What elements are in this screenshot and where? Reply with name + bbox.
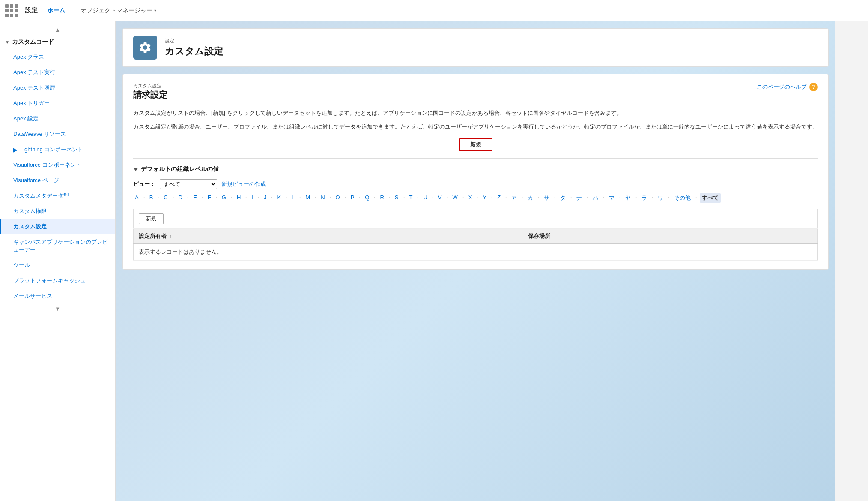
sidebar-section-custom-code[interactable]: ▼ カスタムコード <box>0 35 115 49</box>
view-label: ビュー： <box>133 180 155 188</box>
sidebar-item-lightning[interactable]: ▶ Lightning コンポーネント <box>0 142 115 157</box>
new-button-container: 新規 <box>133 138 818 151</box>
alpha-B[interactable]: B <box>148 193 155 203</box>
chevron-down-icon: ▾ <box>154 8 156 13</box>
alpha-ワ[interactable]: ワ <box>656 193 665 203</box>
top-nav: 設定 ホーム オブジェクトマネージャー ▾ <box>0 0 868 21</box>
alpha-サ[interactable]: サ <box>542 193 551 203</box>
content-area: 設定 カスタム設定 カスタム設定 請求設定 このページのヘルプ ? カスタム設定… <box>116 21 835 501</box>
table-action-row: 新規 <box>134 209 818 229</box>
sidebar-item-apex-trigger[interactable]: Apex トリガー <box>0 96 115 111</box>
sidebar-item-apex-test-history[interactable]: Apex テスト履歴 <box>0 80 115 96</box>
alpha-M[interactable]: M <box>304 193 312 203</box>
table-empty-message: 表示するレコードはありません。 <box>134 244 818 261</box>
alpha-D[interactable]: D <box>177 193 184 203</box>
table-header-row: 設定所有者 ↑ 保存場所 <box>134 229 818 244</box>
alpha-K[interactable]: K <box>275 193 283 203</box>
alpha-filter: A ・ B ・ C ・ D ・ E ・ F ・ G ・ H ・ I ・ J ・ <box>133 193 818 203</box>
sort-arrow-icon: ↑ <box>170 234 172 239</box>
sidebar-item-apex-class[interactable]: Apex クラス <box>0 49 115 65</box>
section-title: 請求設定 <box>133 89 167 101</box>
alpha-Z[interactable]: Z <box>495 193 502 203</box>
sidebar-item-canvas-apps[interactable]: キャンバスアプリケーションのプレビューアー <box>0 234 115 258</box>
alpha-ア[interactable]: ア <box>510 193 519 203</box>
table-row-empty: 表示するレコードはありません。 <box>134 244 818 261</box>
alpha-S[interactable]: S <box>393 193 400 203</box>
alpha-O[interactable]: O <box>334 193 342 203</box>
app-launcher-grid[interactable] <box>5 4 18 17</box>
gear-icon <box>138 41 152 54</box>
view-select[interactable]: すべて最近使用した項目 <box>160 179 217 189</box>
breadcrumb: カスタム設定 <box>133 83 167 89</box>
default-org-section-header[interactable]: デフォルトの組織レベルの値 <box>133 165 818 173</box>
help-link[interactable]: このページのヘルプ ? <box>757 83 818 91</box>
alpha-H[interactable]: H <box>235 193 242 203</box>
new-button-main[interactable]: 新規 <box>459 138 492 151</box>
alpha-J[interactable]: J <box>262 193 268 203</box>
sidebar-item-custom-settings[interactable]: カスタム設定 <box>0 219 115 234</box>
description-1: カスタム設定がリストの場合、[新規] をクリックして新しいデータセットを追加しま… <box>133 108 818 118</box>
sidebar-item-email-service[interactable]: メールサービス <box>0 288 115 304</box>
alpha-ラ[interactable]: ラ <box>640 193 649 203</box>
page-header-card: 設定 カスタム設定 <box>122 28 829 67</box>
alpha-A[interactable]: A <box>133 193 140 203</box>
breadcrumb-row: カスタム設定 請求設定 このページのヘルプ ? <box>133 83 818 107</box>
alpha-R[interactable]: R <box>378 193 385 203</box>
tab-object-manager[interactable]: オブジェクトマネージャー ▾ <box>73 0 164 22</box>
col-header-location: 保存場所 <box>523 229 817 244</box>
main-content-card: カスタム設定 請求設定 このページのヘルプ ? カスタム設定がリストの場合、[新… <box>122 74 829 270</box>
page-title: カスタム設定 <box>165 45 223 58</box>
alpha-Y[interactable]: Y <box>481 193 488 203</box>
alpha-X[interactable]: X <box>467 193 474 203</box>
alpha-N[interactable]: N <box>319 193 326 203</box>
page-header-text: 設定 カスタム設定 <box>165 38 223 58</box>
nav-title: 設定 <box>25 6 38 15</box>
tab-home[interactable]: ホーム <box>39 0 73 22</box>
sidebar-item-visualforce-pages[interactable]: Visualforce ページ <box>0 173 115 188</box>
new-view-link[interactable]: 新規ビューの作成 <box>221 180 266 188</box>
sidebar-item-visualforce-components[interactable]: Visualforce コンポーネント <box>0 157 115 173</box>
alpha-I[interactable]: I <box>250 193 255 203</box>
table-new-button[interactable]: 新規 <box>139 213 164 224</box>
alpha-L[interactable]: L <box>290 193 296 203</box>
sidebar-scroll-down[interactable]: ▼ <box>0 304 115 314</box>
alpha-E[interactable]: E <box>191 193 199 203</box>
sidebar-item-apex-test-run[interactable]: Apex テスト実行 <box>0 65 115 80</box>
alpha-C[interactable]: C <box>162 193 169 203</box>
sidebar-item-tools[interactable]: ツール <box>0 258 115 273</box>
alpha-U[interactable]: U <box>421 193 429 203</box>
triangle-icon <box>133 168 138 171</box>
alpha-タ[interactable]: タ <box>558 193 567 203</box>
alpha-T[interactable]: T <box>408 193 415 203</box>
view-row: ビュー： すべて最近使用した項目 新規ビューの作成 <box>133 179 818 189</box>
alpha-F[interactable]: F <box>206 193 213 203</box>
divider <box>133 158 818 159</box>
page-breadcrumb: 設定 <box>165 38 223 44</box>
alpha-その他[interactable]: その他 <box>672 193 692 203</box>
alpha-ナ[interactable]: ナ <box>575 193 584 203</box>
sidebar-item-dataweave[interactable]: DataWeave リソース <box>0 126 115 142</box>
data-table: 新規 設定所有者 ↑ 保存場所 表示す <box>133 209 818 261</box>
sidebar-scroll-up[interactable]: ▲ <box>0 25 115 35</box>
sidebar-item-custom-permissions[interactable]: カスタム権限 <box>0 204 115 219</box>
alpha-V[interactable]: V <box>436 193 444 203</box>
sidebar-item-platform-cache[interactable]: プラットフォームキャッシュ <box>0 273 115 288</box>
alpha-Q[interactable]: Q <box>363 193 371 203</box>
alpha-ハ[interactable]: ハ <box>591 193 600 203</box>
sidebar-item-apex-settings[interactable]: Apex 設定 <box>0 111 115 126</box>
col-header-owner: 設定所有者 ↑ <box>134 229 523 244</box>
alpha-ヤ[interactable]: ヤ <box>623 193 632 203</box>
alpha-P[interactable]: P <box>349 193 356 203</box>
alpha-W[interactable]: W <box>451 193 459 203</box>
sidebar-item-custom-metadata[interactable]: カスタムメタデータ型 <box>0 188 115 204</box>
table-action-cell: 新規 <box>134 209 818 229</box>
alpha-マ[interactable]: マ <box>607 193 616 203</box>
chevron-right-icon: ▶ <box>13 147 18 153</box>
alpha-すべて[interactable]: すべて <box>700 193 721 203</box>
alpha-カ[interactable]: カ <box>526 193 535 203</box>
sidebar: ▲ ▼ カスタムコード Apex クラス Apex テスト実行 Apex テスト… <box>0 21 116 501</box>
description-2: カスタム設定が階層の場合、ユーザー、プロファイル、または組織レベルに対してデータ… <box>133 122 818 132</box>
alpha-G[interactable]: G <box>220 193 228 203</box>
help-icon: ? <box>809 83 818 91</box>
chevron-icon: ▼ <box>5 40 9 45</box>
